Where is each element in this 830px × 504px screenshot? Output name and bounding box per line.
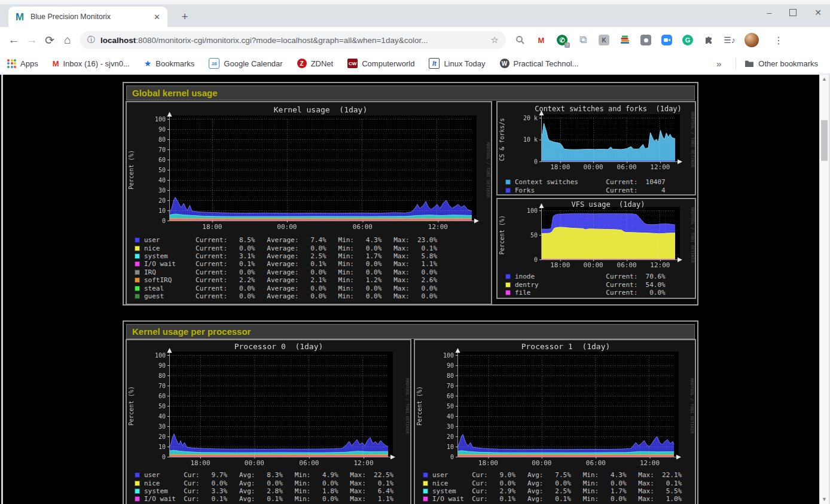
kindle-icon[interactable]: K <box>598 34 610 46</box>
legend-text: guest Current: 0.0% Average: 0.0% Min: 0… <box>144 292 437 300</box>
legend-color-swatch <box>505 274 511 279</box>
legend-color-swatch <box>135 261 140 267</box>
graph-processor-1[interactable]: user Cur: 9.0% Avg: 7.5% Min: 4.3% Max: … <box>414 339 696 504</box>
scroll-up-icon[interactable]: ▲ <box>820 75 829 84</box>
wordpress-icon: W <box>500 59 509 68</box>
legend-text: file Current: 0.0% <box>515 289 666 297</box>
scrollbar-thumb[interactable] <box>821 120 828 161</box>
page-content: Global kernel usage user Current: 8.5% A… <box>0 75 830 504</box>
calendar-icon: 28 <box>209 58 219 69</box>
processor-1-legend: user Cur: 9.0% Avg: 7.5% Min: 4.3% Max: … <box>415 469 695 503</box>
tab-close-icon[interactable]: ✕ <box>151 13 163 22</box>
legend-row: user Cur: 9.0% Avg: 7.5% Min: 4.3% Max: … <box>423 471 695 479</box>
processor-1-chart[interactable] <box>415 340 695 469</box>
legend-color-swatch <box>423 488 428 494</box>
legend-color-swatch <box>135 294 140 299</box>
legend-text: I/O wait Cur: 0.1% Avg: 0.1% Min: 0.0% M… <box>144 495 393 503</box>
legend-text: Forks Current: 4 <box>515 187 666 194</box>
legend-row: system Cur: 2.9% Avg: 2.5% Min: 1.7% Max… <box>423 487 695 495</box>
section-global-kernel-usage: Global kernel usage user Current: 8.5% A… <box>123 82 698 306</box>
copy-pages-icon[interactable]: ⧉ <box>577 34 589 46</box>
close-icon[interactable]: ✕ <box>814 8 822 17</box>
bookmark-bookmarks[interactable]: ★ Bookmarks <box>144 59 195 68</box>
home-icon[interactable]: ⌂ <box>59 33 77 47</box>
legend-color-swatch <box>135 253 140 259</box>
legend-row: guest Current: 0.0% Average: 0.0% Min: 0… <box>135 292 491 300</box>
graph-kernel-usage[interactable]: user Current: 8.5% Average: 7.4% Min: 4.… <box>126 101 492 305</box>
kernel-usage-legend: user Current: 8.5% Average: 7.4% Min: 4.… <box>127 234 491 300</box>
legend-color-swatch <box>135 488 140 494</box>
legend-row: nice Cur: 0.0% Avg: 0.0% Min: 0.0% Max: … <box>135 479 410 487</box>
legend-text: softIRQ Current: 2.2% Average: 2.1% Min:… <box>144 276 437 284</box>
window-top-edge <box>0 0 830 4</box>
url-host: localhost <box>100 36 136 45</box>
books-stack-icon[interactable] <box>619 34 631 46</box>
bookmarks-divider <box>736 58 736 69</box>
url-bar[interactable]: ⓘ localhost:8080/monitorix-cgi/monitorix… <box>80 31 506 49</box>
graph-vfs-usage[interactable]: inode Current: 70.6%dentry Current: 54.0… <box>496 198 696 299</box>
graph-processor-0[interactable]: user Cur: 9.7% Avg: 8.3% Min: 4.9% Max: … <box>126 339 411 504</box>
legend-text: nice Current: 0.0% Average: 0.0% Min: 0.… <box>144 245 437 252</box>
bookmarks-overflow-chevron[interactable]: » <box>716 59 721 69</box>
context-switches-legend: Context switches Current: 10407Forks Cur… <box>498 176 695 194</box>
legend-color-swatch <box>135 237 140 243</box>
processor-0-legend: user Cur: 9.7% Avg: 8.3% Min: 4.9% Max: … <box>127 469 410 503</box>
forward-icon[interactable]: → <box>23 33 41 47</box>
reload-icon[interactable]: ⟳ <box>41 33 59 47</box>
graph-context-switches[interactable]: Context switches Current: 10407Forks Cur… <box>496 101 696 196</box>
legend-color-swatch <box>135 472 140 478</box>
grammarly-icon[interactable]: G <box>682 34 694 46</box>
scroll-down-icon[interactable]: ▼ <box>820 495 829 504</box>
bookmark-apps[interactable]: Apps <box>7 59 38 68</box>
bookmark-linux-today[interactable]: lt Linux Today <box>429 58 485 69</box>
legend-color-swatch <box>135 246 140 251</box>
section-title: Kernel usage per processor <box>126 324 695 339</box>
processor-0-chart[interactable] <box>127 340 410 469</box>
legend-row: IRQ Current: 0.0% Average: 0.0% Min: 0.0… <box>135 268 491 276</box>
lamp-extension-icon[interactable] <box>640 34 652 46</box>
new-tab-button[interactable]: + <box>177 10 193 23</box>
maximize-icon[interactable] <box>789 9 797 16</box>
browser-tab[interactable]: M Blue Precision Monitorix ✕ <box>8 7 167 27</box>
bookmark-zdnet[interactable]: Z ZDNet <box>297 59 334 68</box>
browser-toolbar: ← → ⟳ ⌂ ⓘ localhost:8080/monitorix-cgi/m… <box>0 27 830 53</box>
bookmark-google-calendar[interactable]: 28 Google Calendar <box>209 58 282 69</box>
url-rest: :8080/monitorix-cgi/monitorix.cgi?mode=l… <box>136 36 428 45</box>
bookmark-computerworld[interactable]: CW Computerworld <box>347 59 414 68</box>
extensions-puzzle-icon[interactable] <box>703 34 715 46</box>
vertical-scrollbar[interactable]: ▲ ▼ <box>819 75 829 504</box>
profile-avatar[interactable] <box>744 33 759 47</box>
gmail-icon[interactable]: M <box>535 34 547 46</box>
bookmark-star-icon[interactable]: ☆ <box>491 35 499 45</box>
context-switches-chart[interactable] <box>498 102 695 176</box>
media-list-icon[interactable]: ☰♪ <box>724 34 736 46</box>
bookmark-practical-tech[interactable]: W Practical Technol... <box>500 59 579 68</box>
legend-row: I/O wait Cur: 0.1% Avg: 0.1% Min: 0.0% M… <box>135 495 410 503</box>
legend-color-swatch <box>423 472 428 478</box>
legend-row: system Cur: 3.3% Avg: 2.8% Min: 1.8% Max… <box>135 487 410 495</box>
legend-color-swatch <box>135 270 140 275</box>
folder-icon <box>744 60 754 68</box>
legend-row: file Current: 0.0% <box>505 289 695 297</box>
browser-menu-icon[interactable]: ⋮ <box>774 35 783 46</box>
computerworld-icon: CW <box>347 59 358 68</box>
section-title: Global kernel usage <box>126 85 695 100</box>
legend-row: steal Current: 0.0% Average: 0.0% Min: 0… <box>135 284 491 292</box>
bookmark-inbox[interactable]: M Inbox (16) - sjvn0... <box>53 59 130 68</box>
legend-color-swatch <box>505 188 511 193</box>
minimize-icon[interactable]: – <box>767 8 771 17</box>
section-kernel-usage-per-processor: Kernel usage per processor user Cur: 9.7… <box>123 320 698 504</box>
back-icon[interactable]: ← <box>5 33 23 47</box>
site-info-icon[interactable]: ⓘ <box>87 35 95 45</box>
legend-text: nice Cur: 0.0% Avg: 0.0% Min: 0.0% Max: … <box>144 479 393 487</box>
search-icon[interactable] <box>514 34 526 46</box>
legend-text: I/O wait Current: 0.1% Average: 0.1% Min… <box>144 260 437 268</box>
linux-today-icon: lt <box>429 58 440 69</box>
legend-row: nice Cur: 0.0% Avg: 0.0% Min: 0.0% Max: … <box>423 479 695 487</box>
kernel-usage-chart[interactable] <box>127 102 491 234</box>
other-bookmarks-button[interactable]: Other bookmarks <box>744 59 818 68</box>
legend-color-swatch <box>135 286 140 291</box>
phone-extension-icon[interactable]: ✆ ? <box>556 34 568 46</box>
zoom-video-icon[interactable] <box>661 34 673 46</box>
vfs-usage-chart[interactable] <box>498 199 695 271</box>
